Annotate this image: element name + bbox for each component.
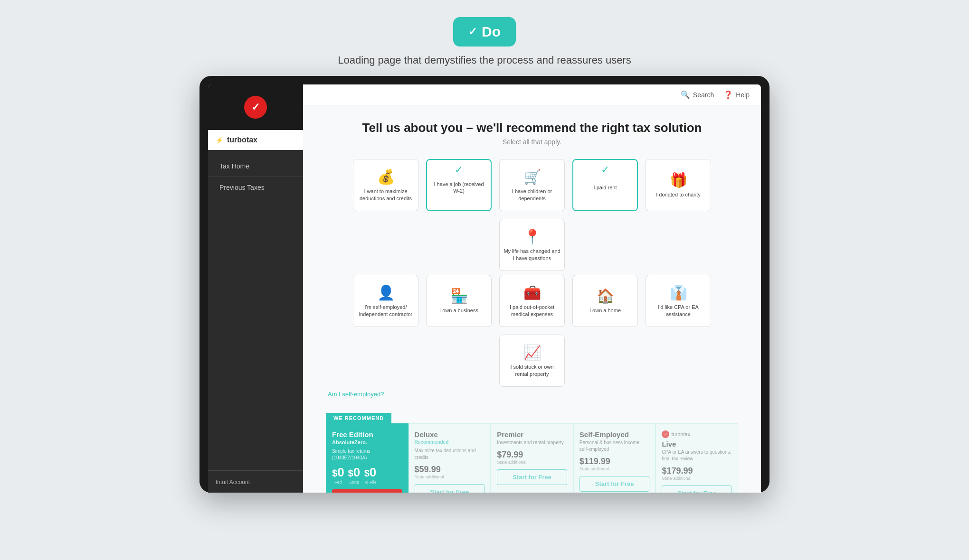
product-header-live: ✓ turbotax	[662, 430, 732, 438]
option-label-stock: I sold stock or own rental property	[504, 364, 560, 377]
product-name-deluxe: Deluxe	[415, 430, 485, 439]
option-card-questions[interactable]: 📍 My life has changed and I have questio…	[499, 219, 565, 271]
price-live: $179.99	[662, 466, 732, 476]
option-label-rent: I paid rent	[594, 184, 617, 191]
option-label-business: I own a business	[439, 307, 478, 314]
product-name-selfemployed: Self-Employed	[580, 430, 650, 439]
page-content: Tell us about you – we'll recommend the …	[303, 105, 761, 493]
store-icon: 🏪	[450, 288, 468, 304]
option-label-medical: I paid out-of-pocket medical expenses	[504, 304, 560, 317]
option-label-job: I have a job (received W-2)	[431, 181, 487, 195]
sidebar-logo-area: ✓	[208, 84, 303, 130]
person-icon: 👤	[377, 284, 395, 301]
option-card-maximize[interactable]: 💰 I want to maximize deductions and cred…	[353, 159, 418, 211]
option-label-cpa: I'd like CPA or EA assistance	[650, 304, 707, 317]
option-card-charity[interactable]: 🎁 I donated to charity	[646, 159, 711, 211]
price-sub-selfemployed: State additional	[580, 467, 650, 471]
option-card-cpa[interactable]: 👔 I'd like CPA or EA assistance	[646, 275, 711, 327]
options-row-2: 👤 I'm self-employed/ independent contrac…	[326, 275, 738, 387]
chart-icon: 📈	[523, 344, 541, 361]
sidebar-bottom: Intuit Account	[208, 470, 303, 493]
product-desc-deluxe: Maximize tax deductions and credits	[415, 448, 485, 461]
product-subtitle-deluxe: Recommended	[415, 439, 485, 445]
sidebar-item-previous-taxes[interactable]: Previous Taxes	[208, 177, 303, 198]
options-row-1: 💰 I want to maximize deductions and cred…	[326, 159, 738, 271]
product-name-premier: Premier	[497, 430, 567, 439]
start-free-selfemployed-button[interactable]: Start for Free	[580, 476, 650, 492]
option-label-selfemployed: I'm self-employed/ independent contracto…	[357, 304, 414, 317]
check-icon: ✓	[468, 26, 477, 38]
search-icon: 🔍	[681, 90, 690, 99]
option-card-home[interactable]: 🏠 I own a home	[572, 275, 638, 327]
product-card-deluxe: Deluxe Recommended Maximize tax deductio…	[408, 423, 491, 493]
medical-kit-icon: 🧰	[523, 284, 541, 301]
product-desc-premier: Investments and rental property	[497, 439, 567, 446]
gift-icon: 🎁	[670, 172, 687, 188]
price-sub-premier: State additional	[497, 460, 567, 465]
price-to-file: $0 To File	[364, 465, 377, 485]
option-card-selfemployed[interactable]: 👤 I'm self-employed/ independent contrac…	[353, 275, 418, 327]
products-row: Free Edition AbsoluteZero. Simple tax re…	[326, 423, 738, 493]
turbotax-brand-name: turbotax	[227, 136, 257, 144]
live-brand-icon: ✓	[662, 430, 669, 438]
do-badge: ✓ Do	[453, 17, 516, 47]
product-desc-live: CPA or EA answers to questions, final ta…	[662, 449, 732, 462]
product-name-free: Free Edition	[332, 430, 402, 439]
option-card-business[interactable]: 🏪 I own a business	[426, 275, 492, 327]
product-card-selfemployed: Self-Employed Personal & business income…	[573, 423, 656, 493]
file-for-zero-button[interactable]: File for $0	[332, 489, 402, 493]
turbotax-logo: ⚡ turbotax	[208, 130, 303, 150]
selected-check-job: ✓	[455, 164, 463, 176]
price-state: $0 State	[348, 465, 361, 485]
product-prices-free: $0 Fed $0 State $0 To Fi	[332, 465, 402, 485]
location-pin-icon: 📍	[523, 228, 541, 245]
advisor-icon: 👔	[670, 284, 687, 301]
option-label-charity: I donated to charity	[656, 191, 701, 198]
start-free-premier-button[interactable]: Start for Free	[497, 469, 567, 485]
sidebar-item-tax-home[interactable]: Tax Home	[208, 156, 303, 177]
turbotax-checkmark-icon: ✓	[244, 96, 267, 119]
help-label: Help	[736, 91, 750, 99]
product-card-premier: Premier Investments and rental property …	[491, 423, 573, 493]
screen: ✓ ⚡ turbotax Tax Home Previous Taxes Int…	[208, 84, 761, 493]
main-content: 🔍 Search ❓ Help Tell us about you – we'l…	[303, 84, 761, 493]
sidebar-nav: Tax Home Previous Taxes	[208, 150, 303, 198]
help-action[interactable]: ❓ Help	[723, 90, 750, 99]
home-icon: 🏠	[597, 288, 614, 304]
price-premier: $79.99	[497, 450, 567, 460]
recommend-label: WE RECOMMEND	[326, 413, 391, 423]
option-card-rent[interactable]: ✓ I paid rent	[572, 159, 638, 211]
self-employed-link[interactable]: Am I self-employed?	[328, 391, 384, 398]
start-free-live-button[interactable]: Start for Free	[662, 485, 732, 493]
search-label: Search	[693, 91, 714, 99]
page-description: Loading page that demystifies the proces…	[338, 54, 631, 66]
product-desc-free: Simple tax returns (1040EZ/1040A)	[332, 448, 402, 461]
option-label-children: I have children or dependents	[504, 188, 560, 202]
product-desc-selfemployed: Personal & business income, self-employe…	[580, 439, 650, 453]
start-free-deluxe-button[interactable]: Start for Free	[415, 484, 485, 493]
option-card-stock[interactable]: 📈 I sold stock or own rental property	[499, 335, 565, 387]
intuit-account-label: Intuit Account	[216, 479, 250, 485]
option-label-maximize: I want to maximize deductions and credit…	[357, 188, 414, 202]
top-section: ✓ Do Loading page that demystifies the p…	[338, 0, 631, 76]
price-sub-live: State additional	[662, 476, 732, 481]
page-title: Tell us about you – we'll recommend the …	[326, 121, 738, 135]
option-card-medical[interactable]: 🧰 I paid out-of-pocket medical expenses	[499, 275, 565, 327]
option-label-home: I own a home	[589, 307, 621, 314]
product-logo-free: AbsoluteZero.	[332, 439, 402, 445]
price-sub-deluxe: State additional	[415, 475, 485, 479]
option-card-children[interactable]: 🛒 I have children or dependents	[499, 159, 565, 211]
do-text: Do	[482, 24, 501, 40]
search-action[interactable]: 🔍 Search	[681, 90, 714, 99]
money-bag-icon: 💰	[377, 168, 395, 185]
option-card-job[interactable]: ✓ I have a job (received W-2)	[426, 159, 492, 211]
laptop-wrapper: ✓ ⚡ turbotax Tax Home Previous Taxes Int…	[200, 76, 770, 493]
selected-check-rent: ✓	[601, 164, 609, 176]
live-brand-label: turbotax	[671, 431, 690, 437]
sidebar: ✓ ⚡ turbotax Tax Home Previous Taxes Int…	[208, 84, 303, 493]
product-card-live: ✓ turbotax Live CPA or EA answers to que…	[656, 423, 738, 493]
price-fed: $0 Fed	[332, 465, 344, 485]
baby-stroller-icon: 🛒	[523, 168, 541, 185]
turbotax-brand-icon: ⚡	[216, 137, 223, 144]
price-deluxe: $59.99	[415, 465, 485, 475]
